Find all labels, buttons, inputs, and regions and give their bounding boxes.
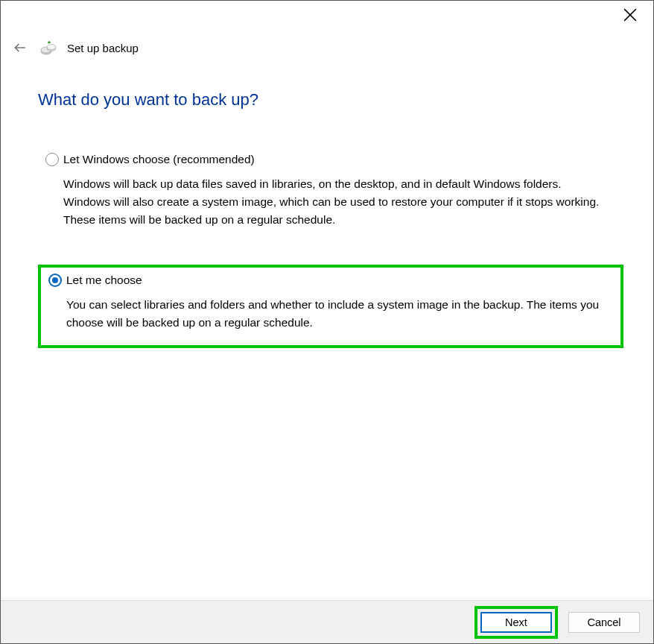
wizard-title: Set up backup xyxy=(67,42,139,54)
radio-windows-choose[interactable] xyxy=(45,153,59,166)
wizard-header: Set up backup xyxy=(12,40,139,56)
content-area: What do you want to back up? Let Windows… xyxy=(38,90,623,356)
radio-desc-windows-choose: Windows will back up data files saved in… xyxy=(63,175,609,229)
back-arrow-icon xyxy=(13,40,28,55)
back-button[interactable] xyxy=(12,40,28,56)
radio-label-windows-choose: Let Windows choose (recommended) xyxy=(63,153,255,166)
cancel-button[interactable]: Cancel xyxy=(568,612,640,633)
backup-wizard-icon xyxy=(40,40,58,56)
radio-desc-let-me-choose: You can select libraries and folders and… xyxy=(66,296,606,332)
radio-label-let-me-choose: Let me choose xyxy=(66,274,142,287)
footer-bar: Next Cancel xyxy=(1,600,653,643)
next-button[interactable]: Next xyxy=(480,612,552,633)
page-heading: What do you want to back up? xyxy=(38,90,623,110)
close-icon xyxy=(623,8,637,22)
radio-let-me-choose[interactable] xyxy=(48,274,62,287)
option-let-me-choose[interactable]: Let me choose You can select libraries a… xyxy=(38,265,623,348)
next-button-highlight: Next xyxy=(474,606,558,639)
svg-point-6 xyxy=(47,45,56,50)
close-button[interactable] xyxy=(623,8,638,23)
option-windows-choose[interactable]: Let Windows choose (recommended) Windows… xyxy=(38,147,623,242)
